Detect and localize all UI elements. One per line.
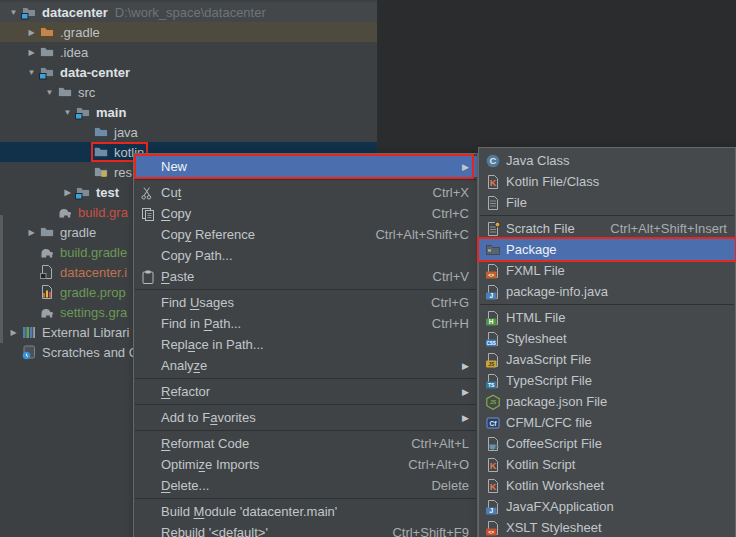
submenu-item-cfml-cfc-file[interactable]: CfCFML/CFC file	[479, 412, 735, 433]
tree-item-idea[interactable]: ▶.idea	[0, 42, 377, 62]
chevron-closed-icon[interactable]: ▶	[24, 48, 39, 57]
submenu-item-stylesheet[interactable]: CSSStylesheet	[479, 328, 735, 349]
menu-item-label: Reformat Code	[161, 436, 249, 451]
menu-item-delete[interactable]: Delete...Delete	[134, 475, 477, 496]
tree-item-data-center[interactable]: ▼data-center	[0, 62, 377, 82]
menu-item-find-usages[interactable]: Find UsagesCtrl+G	[134, 292, 477, 313]
scrollbar-thumb[interactable]	[0, 215, 3, 343]
tree-item-label: datacenter	[42, 5, 108, 20]
menu-icon-spacer	[139, 337, 157, 353]
folder-icon	[39, 224, 55, 240]
menu-item-new[interactable]: New▶	[134, 156, 477, 177]
submenu-item-fxml-file[interactable]: <>FXML File	[479, 260, 735, 281]
menu-item-refactor[interactable]: Refactor▶	[134, 381, 477, 402]
menu-item-copy-path[interactable]: Copy Path...	[134, 245, 477, 266]
submenu-item-scratch-file[interactable]: Scratch FileCtrl+Alt+Shift+Insert	[479, 218, 735, 239]
menu-item-analyze[interactable]: Analyze▶	[134, 355, 477, 376]
submenu-item-package-json-file[interactable]: JSpackage.json File	[479, 391, 735, 412]
tree-item-body: test	[75, 184, 119, 200]
chevron-closed-icon[interactable]: ▶	[24, 28, 39, 37]
menu-item-paste[interactable]: PasteCtrl+V	[134, 266, 477, 287]
menu-item-cut[interactable]: CutCtrl+X	[134, 182, 477, 203]
submenu-item-label: Package	[506, 242, 557, 257]
submenu-item-package[interactable]: Package	[479, 239, 735, 260]
submenu-item-kotlin-file-class[interactable]: KKotlin File/Class	[479, 171, 735, 192]
tree-item-label: res	[114, 165, 132, 180]
submenu-item-java-class[interactable]: CJava Class	[479, 150, 735, 171]
submenu-item-label: Stylesheet	[506, 331, 567, 346]
submenu-item-javafxapplication[interactable]: JJavaFXApplication	[479, 496, 735, 517]
tree-item-label: gradle	[60, 225, 96, 240]
cut-icon	[139, 185, 157, 201]
fxml-file-icon: <>	[484, 263, 502, 279]
submenu-item-label: JavaScript File	[506, 352, 591, 367]
menu-shortcut: Ctrl+G	[413, 295, 469, 310]
scratch-file-icon	[484, 221, 502, 237]
submenu-item-label: Java Class	[506, 153, 570, 168]
menu-shortcut: Ctrl+Alt+O	[390, 457, 469, 472]
menu-icon-spacer	[139, 478, 157, 494]
tree-item-label: src	[78, 85, 95, 100]
menu-item-copy[interactable]: CopyCtrl+C	[134, 203, 477, 224]
svg-text:CSS: CSS	[487, 341, 496, 346]
package-json-icon: JS	[484, 394, 502, 410]
svg-text:JS: JS	[488, 361, 495, 367]
chevron-open-icon[interactable]: ▼	[42, 88, 57, 97]
submenu-item-kotlin-script[interactable]: KKotlin Script	[479, 454, 735, 475]
submenu-item-label: Kotlin File/Class	[506, 174, 599, 189]
submenu-item-label: Kotlin Worksheet	[506, 478, 604, 493]
cfml-file-icon: Cf	[484, 415, 502, 431]
menu-shortcut: Ctrl+X	[415, 185, 469, 200]
submenu-item-coffeescript-file[interactable]: CoffeeScript File	[479, 433, 735, 454]
menu-item-build-module-datacenter-main[interactable]: Build Module 'datacenter.main'	[134, 501, 477, 522]
tree-item-gradle[interactable]: ▶.gradle	[0, 22, 377, 42]
submenu-arrow-icon: ▶	[462, 162, 469, 172]
menu-icon-spacer	[139, 525, 157, 537]
new-submenu: CJava ClassKKotlin File/ClassFileScratch…	[478, 147, 736, 537]
svg-text:C: C	[490, 155, 497, 166]
tree-item-label: settings.gra	[60, 305, 127, 320]
submenu-item-label: TypeScript File	[506, 373, 592, 388]
submenu-item-javascript-file[interactable]: JSJavaScript File	[479, 349, 735, 370]
chevron-open-icon[interactable]: ▼	[24, 68, 39, 77]
submenu-item-xslt-stylesheet[interactable]: <>XSLT Stylesheet	[479, 517, 735, 537]
tree-item-main[interactable]: ▼main	[0, 102, 377, 122]
chevron-closed-icon[interactable]: ▶	[24, 228, 39, 237]
typescript-file-icon: TS	[484, 373, 502, 389]
chevron-closed-icon[interactable]: ▶	[6, 328, 21, 337]
kotlin-script-icon: K	[484, 457, 502, 473]
chevron-closed-icon[interactable]: ▶	[60, 188, 75, 197]
tree-item-datacenter[interactable]: ▼datacenterD:\work_space\datacenter	[0, 2, 377, 22]
menu-item-rebuild-default[interactable]: Rebuild '<default>'Ctrl+Shift+F9	[134, 522, 477, 537]
submenu-item-package-info-java[interactable]: Jpackage-info.java	[479, 281, 735, 302]
tree-item-java[interactable]: java	[0, 122, 377, 142]
gradle-file-icon	[39, 304, 55, 320]
tree-item-label: java	[114, 125, 138, 140]
menu-separator	[480, 215, 734, 216]
tree-item-label: datacenter.i	[60, 265, 127, 280]
chevron-open-icon[interactable]: ▼	[6, 8, 21, 17]
menu-item-copy-reference[interactable]: Copy ReferenceCtrl+Alt+Shift+C	[134, 224, 477, 245]
submenu-item-label: XSLT Stylesheet	[506, 520, 602, 535]
submenu-item-file[interactable]: File	[479, 192, 735, 213]
gradle-file-icon	[57, 204, 73, 220]
menu-icon-spacer	[139, 227, 157, 243]
gradle-folder-icon	[39, 24, 55, 40]
svg-text:JS: JS	[490, 399, 497, 405]
menu-shortcut: Ctrl+C	[414, 206, 469, 221]
menu-item-label: Copy	[161, 206, 191, 221]
folder-icon	[39, 44, 55, 60]
menu-shortcut: Ctrl+Alt+Shift+Insert	[592, 221, 727, 236]
submenu-item-kotlin-worksheet[interactable]: KKotlin Worksheet	[479, 475, 735, 496]
chevron-open-icon[interactable]: ▼	[60, 108, 75, 117]
html-file-icon: H	[484, 310, 502, 326]
menu-item-add-to-favorites[interactable]: Add to Favorites▶	[134, 407, 477, 428]
submenu-item-label: HTML File	[506, 310, 565, 325]
menu-item-optimize-imports[interactable]: Optimize ImportsCtrl+Alt+O	[134, 454, 477, 475]
tree-item-src[interactable]: ▼src	[0, 82, 377, 102]
menu-item-find-in-path[interactable]: Find in Path...Ctrl+H	[134, 313, 477, 334]
submenu-item-typescript-file[interactable]: TSTypeScript File	[479, 370, 735, 391]
menu-item-replace-in-path[interactable]: Replace in Path...	[134, 334, 477, 355]
menu-item-reformat-code[interactable]: Reformat CodeCtrl+Alt+L	[134, 433, 477, 454]
submenu-item-html-file[interactable]: HHTML File	[479, 307, 735, 328]
